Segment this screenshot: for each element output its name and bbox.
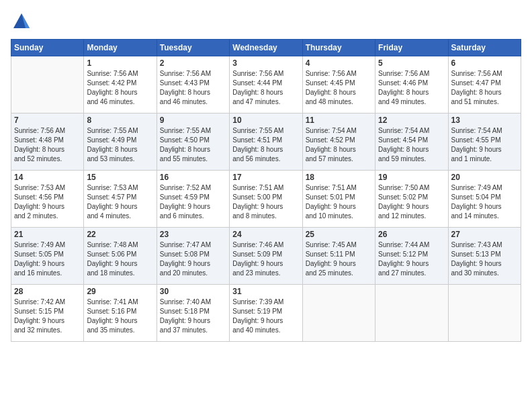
table-cell: 26Sunrise: 7:44 AM Sunset: 5:12 PM Dayli… [375, 228, 448, 285]
col-thursday: Thursday [302, 40, 375, 56]
day-info: Sunrise: 7:56 AM Sunset: 4:46 PM Dayligh… [378, 69, 445, 107]
day-number: 5 [378, 58, 445, 68]
day-number: 26 [378, 230, 445, 239]
day-info: Sunrise: 7:56 AM Sunset: 4:47 PM Dayligh… [451, 69, 518, 107]
table-cell: 22Sunrise: 7:48 AM Sunset: 5:06 PM Dayli… [84, 228, 157, 285]
table-cell [11, 56, 84, 113]
table-cell: 15Sunrise: 7:53 AM Sunset: 4:57 PM Dayli… [84, 171, 157, 228]
day-number: 14 [14, 173, 81, 182]
page-container: Sunday Monday Tuesday Wednesday Thursday… [0, 0, 532, 347]
table-cell: 16Sunrise: 7:52 AM Sunset: 4:59 PM Dayli… [157, 171, 229, 228]
table-cell: 12Sunrise: 7:54 AM Sunset: 4:54 PM Dayli… [375, 113, 448, 171]
table-cell: 25Sunrise: 7:45 AM Sunset: 5:11 PM Dayli… [302, 228, 375, 285]
table-cell: 20Sunrise: 7:49 AM Sunset: 5:04 PM Dayli… [448, 171, 521, 228]
day-number: 8 [87, 116, 153, 125]
day-number: 16 [160, 173, 226, 182]
day-number: 9 [160, 116, 226, 125]
calendar-week-row: 1Sunrise: 7:56 AM Sunset: 4:42 PM Daylig… [11, 56, 521, 113]
day-info: Sunrise: 7:56 AM Sunset: 4:42 PM Dayligh… [87, 69, 153, 107]
table-cell: 29Sunrise: 7:41 AM Sunset: 5:16 PM Dayli… [84, 285, 157, 342]
day-number: 23 [160, 230, 226, 239]
table-cell: 8Sunrise: 7:55 AM Sunset: 4:49 PM Daylig… [84, 113, 157, 171]
day-number: 15 [87, 173, 153, 182]
day-number: 1 [87, 58, 153, 68]
day-info: Sunrise: 7:53 AM Sunset: 4:57 PM Dayligh… [87, 183, 153, 221]
table-cell: 7Sunrise: 7:56 AM Sunset: 4:48 PM Daylig… [11, 113, 84, 171]
table-cell: 24Sunrise: 7:46 AM Sunset: 5:09 PM Dayli… [230, 228, 302, 285]
table-cell: 30Sunrise: 7:40 AM Sunset: 5:18 PM Dayli… [157, 285, 229, 342]
day-info: Sunrise: 7:46 AM Sunset: 5:09 PM Dayligh… [232, 240, 299, 278]
day-info: Sunrise: 7:39 AM Sunset: 5:19 PM Dayligh… [232, 298, 299, 335]
header [11, 11, 521, 32]
day-info: Sunrise: 7:51 AM Sunset: 5:01 PM Dayligh… [306, 183, 372, 221]
day-info: Sunrise: 7:52 AM Sunset: 4:59 PM Dayligh… [160, 183, 226, 221]
day-info: Sunrise: 7:44 AM Sunset: 5:12 PM Dayligh… [378, 240, 445, 278]
calendar-week-row: 28Sunrise: 7:42 AM Sunset: 5:15 PM Dayli… [11, 285, 521, 342]
logo [11, 11, 35, 32]
day-number: 11 [306, 116, 372, 125]
table-cell: 31Sunrise: 7:39 AM Sunset: 5:19 PM Dayli… [230, 285, 302, 342]
table-cell: 11Sunrise: 7:54 AM Sunset: 4:52 PM Dayli… [302, 113, 375, 171]
table-cell: 10Sunrise: 7:55 AM Sunset: 4:51 PM Dayli… [230, 113, 302, 171]
day-info: Sunrise: 7:43 AM Sunset: 5:13 PM Dayligh… [451, 240, 518, 278]
day-info: Sunrise: 7:54 AM Sunset: 4:52 PM Dayligh… [306, 126, 372, 164]
table-cell: 4Sunrise: 7:56 AM Sunset: 4:45 PM Daylig… [302, 56, 375, 113]
day-number: 24 [232, 230, 299, 239]
day-number: 29 [87, 287, 153, 296]
calendar-table: Sunday Monday Tuesday Wednesday Thursday… [11, 39, 521, 342]
day-number: 18 [306, 173, 372, 182]
header-row: Sunday Monday Tuesday Wednesday Thursday… [11, 40, 521, 56]
table-cell: 9Sunrise: 7:55 AM Sunset: 4:50 PM Daylig… [157, 113, 229, 171]
col-friday: Friday [375, 40, 448, 56]
day-info: Sunrise: 7:48 AM Sunset: 5:06 PM Dayligh… [87, 240, 153, 278]
table-cell: 27Sunrise: 7:43 AM Sunset: 5:13 PM Dayli… [448, 228, 521, 285]
table-cell: 3Sunrise: 7:56 AM Sunset: 4:44 PM Daylig… [230, 56, 302, 113]
day-number: 7 [14, 116, 81, 125]
day-number: 19 [378, 173, 445, 182]
table-cell: 5Sunrise: 7:56 AM Sunset: 4:46 PM Daylig… [375, 56, 448, 113]
day-info: Sunrise: 7:41 AM Sunset: 5:16 PM Dayligh… [87, 298, 153, 335]
col-wednesday: Wednesday [230, 40, 302, 56]
calendar-week-row: 7Sunrise: 7:56 AM Sunset: 4:48 PM Daylig… [11, 113, 521, 171]
day-info: Sunrise: 7:50 AM Sunset: 5:02 PM Dayligh… [378, 183, 445, 221]
day-number: 12 [378, 116, 445, 125]
day-number: 22 [87, 230, 153, 239]
day-number: 21 [14, 230, 81, 239]
table-cell: 28Sunrise: 7:42 AM Sunset: 5:15 PM Dayli… [11, 285, 84, 342]
calendar-week-row: 21Sunrise: 7:49 AM Sunset: 5:05 PM Dayli… [11, 228, 521, 285]
day-info: Sunrise: 7:54 AM Sunset: 4:55 PM Dayligh… [451, 126, 518, 164]
day-info: Sunrise: 7:47 AM Sunset: 5:08 PM Dayligh… [160, 240, 226, 278]
calendar-week-row: 14Sunrise: 7:53 AM Sunset: 4:56 PM Dayli… [11, 171, 521, 228]
day-number: 10 [232, 116, 299, 125]
day-info: Sunrise: 7:49 AM Sunset: 5:05 PM Dayligh… [14, 240, 81, 278]
table-cell: 18Sunrise: 7:51 AM Sunset: 5:01 PM Dayli… [302, 171, 375, 228]
day-number: 31 [232, 287, 299, 296]
day-info: Sunrise: 7:55 AM Sunset: 4:50 PM Dayligh… [160, 126, 226, 164]
day-number: 3 [232, 58, 299, 68]
day-info: Sunrise: 7:54 AM Sunset: 4:54 PM Dayligh… [378, 126, 445, 164]
col-saturday: Saturday [448, 40, 521, 56]
day-number: 13 [451, 116, 518, 125]
day-number: 4 [306, 58, 372, 68]
table-cell [448, 285, 521, 342]
day-info: Sunrise: 7:51 AM Sunset: 5:00 PM Dayligh… [232, 183, 299, 221]
day-number: 20 [451, 173, 518, 182]
day-info: Sunrise: 7:56 AM Sunset: 4:48 PM Dayligh… [14, 126, 81, 164]
table-cell: 21Sunrise: 7:49 AM Sunset: 5:05 PM Dayli… [11, 228, 84, 285]
day-info: Sunrise: 7:42 AM Sunset: 5:15 PM Dayligh… [14, 298, 81, 335]
day-number: 17 [232, 173, 299, 182]
table-cell: 23Sunrise: 7:47 AM Sunset: 5:08 PM Dayli… [157, 228, 229, 285]
table-cell: 6Sunrise: 7:56 AM Sunset: 4:47 PM Daylig… [448, 56, 521, 113]
table-cell: 13Sunrise: 7:54 AM Sunset: 4:55 PM Dayli… [448, 113, 521, 171]
day-info: Sunrise: 7:55 AM Sunset: 4:49 PM Dayligh… [87, 126, 153, 164]
col-monday: Monday [84, 40, 157, 56]
day-number: 6 [451, 58, 518, 68]
day-info: Sunrise: 7:45 AM Sunset: 5:11 PM Dayligh… [306, 240, 372, 278]
col-sunday: Sunday [11, 40, 84, 56]
table-cell: 14Sunrise: 7:53 AM Sunset: 4:56 PM Dayli… [11, 171, 84, 228]
col-tuesday: Tuesday [157, 40, 229, 56]
day-number: 27 [451, 230, 518, 239]
day-number: 2 [160, 58, 226, 68]
logo-icon [11, 11, 32, 32]
day-info: Sunrise: 7:56 AM Sunset: 4:44 PM Dayligh… [232, 69, 299, 107]
